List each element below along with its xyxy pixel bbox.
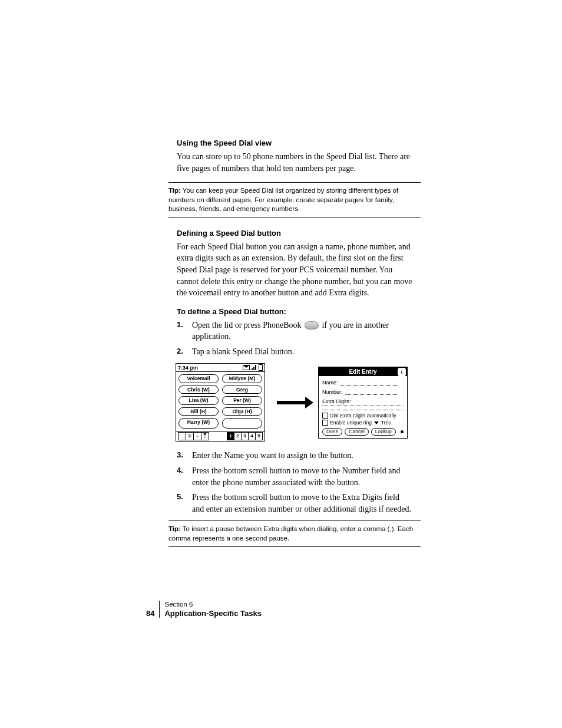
speed-dial-button[interactable]: Per (W) (222, 396, 262, 405)
speed-dial-button[interactable]: Voicemail (178, 374, 219, 383)
view-icon[interactable]: ⋮⋮ (178, 432, 186, 440)
page-footer: 84 Section 6 Application-Specific Tasks (146, 601, 262, 618)
speed-dial-button[interactable]: Greg (222, 386, 262, 394)
arrow-icon (265, 401, 318, 404)
step-5: 5. Press the bottom scroll button to mov… (177, 492, 412, 515)
extra-digits-label: Extra Digits: (322, 398, 404, 404)
speed-dial-grid: Voicemail Midyne (M) Chris (W) Greg Lisa… (176, 372, 265, 429)
step-4: 4. Press the bottom scroll button to mov… (177, 465, 412, 488)
speed-dial-button-blank[interactable] (222, 418, 262, 429)
step-number: 1. (177, 319, 192, 342)
chapter-title: Application-Specific Tasks (164, 609, 261, 618)
edit-entry-dialog: Edit Entry i Name: Number: Extra Digits: (318, 367, 408, 439)
battery-icon (259, 364, 263, 371)
signal-icon (252, 365, 257, 370)
step-text: Press the bottom scroll button to move t… (192, 465, 412, 488)
dial-auto-checkbox[interactable]: Dial Extra Digits automatically (322, 413, 404, 419)
lookup-button[interactable]: Lookup (371, 428, 396, 436)
tip-organize: Tip: You can keep your Speed Dial list o… (168, 182, 421, 218)
name-field[interactable]: Name: (322, 380, 404, 386)
view-switcher[interactable]: ⋮⋮ ⊞ ≡ ≣ (178, 432, 209, 440)
subhead-defining: Defining a Speed Dial button (177, 229, 412, 238)
tip-label: Tip: (168, 525, 181, 532)
body-using-speed-dial: You can store up to 50 phone numbers in … (177, 151, 412, 174)
subhead-using-speed-dial: Using the Speed Dial view (177, 139, 412, 147)
checkbox-icon[interactable] (322, 413, 328, 419)
view-icon[interactable]: ⊞ (186, 432, 194, 440)
mail-icon (243, 365, 250, 370)
page-tab[interactable]: 5 (255, 432, 263, 440)
tip-pause: Tip: To insert a pause between Extra dig… (168, 521, 421, 547)
dialog-title-text: Edit Entry (349, 368, 376, 375)
checkbox-icon[interactable] (322, 420, 328, 426)
checkbox-label: Enable unique ring (330, 420, 372, 426)
step-text: Press the bottom scroll button to move t… (192, 492, 412, 515)
tip-label: Tip: (168, 187, 181, 194)
name-label: Name: (322, 380, 338, 386)
info-icon[interactable]: i (398, 368, 406, 376)
step-text: Tap a blank Speed Dial button. (192, 346, 294, 358)
step-number: 2. (177, 346, 192, 358)
tip-body: You can keep your Speed Dial list organi… (168, 187, 398, 212)
page-number: 84 (146, 610, 159, 618)
page-content: Using the Speed Dial view You can store … (177, 139, 412, 558)
extra-digits-field[interactable]: Extra Digits: (322, 398, 404, 406)
speed-dial-button[interactable]: Olga (H) (222, 407, 262, 416)
view-icon[interactable]: ≡ (193, 432, 201, 440)
unique-ring-checkbox[interactable]: Enable unique ring Treo (322, 420, 404, 426)
figure-row: 7:34 pm Voicemail Midyne (M) Chris (W) G… (176, 363, 412, 442)
dialog-title: Edit Entry i (319, 367, 407, 376)
done-button[interactable]: Done (322, 428, 342, 436)
number-label: Number: (322, 389, 343, 395)
step-1: 1. Open the lid or press PhoneBook if yo… (177, 319, 412, 342)
speed-dial-screen: 7:34 pm Voicemail Midyne (M) Chris (W) G… (176, 363, 265, 442)
body-defining: For each Speed Dial button you can assig… (177, 241, 412, 299)
step-text: Enter the Name you want to assign to the… (192, 450, 353, 462)
step-text-before: Open the lid or press PhoneBook (192, 321, 303, 330)
phonebook-icon (305, 321, 319, 330)
speed-dial-button[interactable]: Harry (W) (178, 418, 219, 429)
cancel-button[interactable]: Cancel (345, 428, 368, 436)
step-number: 5. (177, 492, 192, 515)
number-field[interactable]: Number: (322, 389, 404, 395)
section-label: Section 6 (164, 601, 261, 609)
step-number: 4. (177, 465, 192, 488)
dropdown-value: Treo (381, 420, 391, 426)
step-2: 2. Tap a blank Speed Dial button. (177, 346, 412, 358)
view-icon[interactable]: ≣ (201, 432, 209, 440)
step-3: 3. Enter the Name you want to assign to … (177, 450, 412, 462)
resize-dot-icon (401, 430, 404, 433)
checkbox-label: Dial Extra Digits automatically (330, 413, 396, 419)
step-number: 3. (177, 450, 192, 462)
tip-body: To insert a pause between Extra digits w… (168, 525, 413, 542)
dropdown-icon[interactable] (374, 421, 379, 424)
status-time: 7:34 pm (178, 365, 198, 371)
steps-list-b: 3. Enter the Name you want to assign to … (177, 450, 412, 515)
steps-list-a: 1. Open the lid or press PhoneBook if yo… (177, 319, 412, 358)
speed-dial-button[interactable]: Chris (W) (178, 386, 219, 394)
speed-dial-button[interactable]: Lisa (W) (178, 396, 219, 405)
speed-dial-button[interactable]: Bill (H) (178, 407, 219, 416)
speed-dial-button[interactable]: Midyne (M) (222, 374, 262, 383)
steps-heading: To define a Speed Dial button: (177, 307, 412, 316)
page-tabs[interactable]: 1 2 3 4 5 (227, 432, 263, 440)
